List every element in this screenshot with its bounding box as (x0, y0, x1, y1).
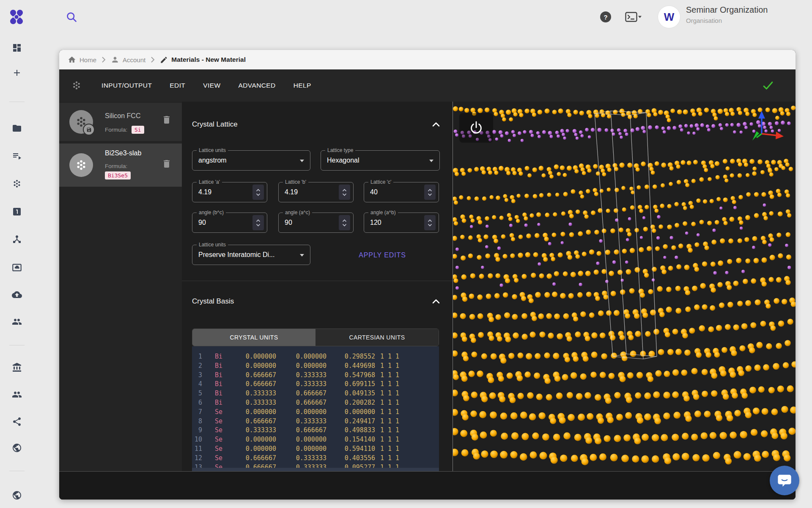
angle-ac-input[interactable]: angle (a^c) 90 (278, 213, 354, 233)
number-stepper[interactable] (339, 215, 350, 230)
structure-viewer-3d[interactable] (453, 102, 796, 471)
sidebar-item-materials-atoms[interactable] (12, 179, 22, 189)
sidebar-item-public-globe[interactable] (12, 443, 22, 453)
lattice-a-input[interactable]: Lattice 'a' 4.19 (192, 182, 267, 202)
basis-editor-rows: 1Bi0.0000000.0000000.2985521 1 12Bi0.000… (192, 352, 439, 471)
user-avatar[interactable]: W (658, 6, 680, 28)
apply-edits-button[interactable]: APPLY EDITS (348, 249, 416, 262)
field-value: Preserve Interatomic Di... (198, 245, 275, 265)
menu-advanced[interactable]: ADVANCED (238, 82, 275, 89)
material-name: Silicon FCC (105, 112, 140, 120)
breadcrumb: Home Account Materials - New Material (59, 50, 796, 69)
material-item-bi2se3-slab[interactable]: Bi2Se3-slab Formula: Bi3Se5 (59, 144, 182, 187)
material-item-silicon-fcc[interactable]: Silicon FCC Formula: Si (59, 103, 182, 141)
basis-row[interactable]: 6Bi0.3333330.6666670.2002821 1 1 (192, 398, 439, 408)
atoms-scene (453, 102, 796, 471)
lattice-b-input[interactable]: Lattice 'b' 4.19 (278, 182, 354, 202)
menu-input-output[interactable]: INPUT/OUTPUT (102, 82, 152, 89)
formula-chip: Si (132, 126, 144, 134)
app-logo-icon (8, 9, 25, 25)
lattice-c-input[interactable]: Lattice 'c' 40 (364, 182, 439, 202)
app-logo[interactable] (8, 9, 25, 25)
console-drawer[interactable] (59, 471, 796, 500)
sidebar-item-share[interactable] (12, 417, 22, 427)
breadcrumb-account[interactable]: Account (111, 55, 145, 64)
delete-material-button[interactable] (162, 159, 172, 169)
sidebar-item-bank[interactable] (12, 362, 22, 373)
viewer-power-button[interactable] (459, 113, 493, 143)
sidebar-item-org-group[interactable] (12, 389, 22, 400)
sidebar-item-team-group[interactable] (12, 317, 22, 327)
org-name[interactable]: Seminar Organization (686, 5, 768, 15)
field-value: 4.19 (198, 182, 211, 202)
material-avatar (69, 110, 93, 134)
sidebar-item-cloud-upload[interactable] (12, 290, 22, 300)
chat-icon (776, 472, 793, 489)
sidebar-divider (9, 102, 25, 102)
basis-row[interactable]: 1Bi0.0000000.0000000.2985521 1 1 (192, 352, 439, 362)
units-handling-select[interactable]: Lattice units Preserve Interatomic Di... (192, 245, 310, 265)
pencil-icon (160, 56, 168, 64)
basis-row[interactable]: 12Se0.6666670.3333330.4035561 1 1 (192, 454, 439, 463)
angle-bc-input[interactable]: angle (b^c) 90 (192, 213, 267, 233)
sidebar-item-media-image[interactable] (12, 262, 22, 273)
basis-row[interactable]: 7Se0.0000000.0000000.0000001 1 1 (192, 408, 439, 417)
angle-ab-input[interactable]: angle (a^b) 120 (364, 213, 439, 233)
breadcrumb-home[interactable]: Home (68, 55, 96, 64)
basis-row[interactable]: 8Se0.6666670.3333330.2494171 1 1 (192, 417, 439, 426)
lattice-type-select[interactable]: Lattice type Hexagonal (321, 150, 440, 171)
chevron-down-icon (300, 160, 304, 162)
sidebar-item-add[interactable] (12, 68, 22, 78)
breadcrumb-home-label: Home (80, 56, 96, 64)
trash-icon (162, 159, 172, 169)
field-value: 40 (370, 182, 378, 202)
basis-row[interactable]: 11Se0.0000000.0000000.5941101 1 1 (192, 444, 439, 454)
basis-row[interactable]: 9Se0.3333330.6666670.4988331 1 1 (192, 426, 439, 435)
tab-cartesian-units[interactable]: CARTESIAN UNITS (315, 329, 439, 346)
sidebar-item-dashboard[interactable] (12, 43, 22, 53)
basis-editor[interactable]: 1Bi0.0000000.0000000.2985521 1 12Bi0.000… (192, 346, 439, 471)
chevron-up-icon (432, 299, 440, 304)
basis-row[interactable]: 3Bi0.6666670.3333330.5479681 1 1 (192, 371, 439, 380)
chevron-up-icon (256, 189, 261, 192)
sidebar-item-workflows-hub[interactable] (12, 234, 22, 244)
number-stepper[interactable] (424, 185, 436, 200)
basis-row[interactable]: 10Se0.0000000.0000000.1541401 1 1 (192, 435, 439, 444)
collapse-basis-button[interactable] (432, 299, 440, 304)
number-stepper[interactable] (252, 185, 264, 200)
sidebar-item-looks-one[interactable] (12, 207, 22, 217)
saved-badge (83, 124, 95, 135)
material-name: Bi2Se3-slab (105, 149, 141, 157)
menu-edit[interactable]: EDIT (170, 82, 185, 89)
number-stepper[interactable] (252, 215, 264, 230)
lattice-units-select[interactable]: Lattice units angstrom (192, 150, 310, 171)
basis-row[interactable]: 4Bi0.6666670.3333330.6991151 1 1 (192, 380, 439, 389)
menu-view[interactable]: VIEW (203, 82, 220, 89)
home-icon (68, 55, 76, 64)
collapse-lattice-button[interactable] (432, 122, 440, 127)
sidebar-item-projects-folder[interactable] (12, 123, 22, 133)
atoms-cluster-icon (71, 80, 82, 91)
chevron-up-icon (428, 219, 432, 222)
field-value: 90 (198, 213, 206, 232)
editor-menubar: INPUT/OUTPUT EDIT VIEW ADVANCED HELP (59, 69, 796, 102)
number-stepper[interactable] (424, 215, 436, 230)
basis-row[interactable]: 5Bi0.3333330.6666670.0491351 1 1 (192, 389, 439, 398)
console-menu-button[interactable] (625, 11, 642, 23)
help-button[interactable]: ? (600, 11, 611, 22)
search-button[interactable] (66, 11, 77, 23)
chat-launcher-button[interactable] (770, 466, 799, 495)
material-avatar (69, 153, 93, 177)
sidebar-item-jobs-playlist[interactable] (12, 151, 22, 161)
field-value: 4.19 (285, 182, 298, 202)
delete-material-button[interactable] (162, 115, 172, 125)
basis-row[interactable]: 2Bi0.0000000.0000000.4496981 1 1 (192, 362, 439, 371)
chevron-down-icon (342, 193, 347, 196)
number-stepper[interactable] (339, 185, 350, 200)
sidebar-item-globe-bottom[interactable] (12, 490, 22, 500)
tab-crystal-units[interactable]: CRYSTAL UNITS (192, 329, 315, 346)
chevron-down-icon (342, 224, 347, 226)
main-card: Home Account Materials - New Material (59, 50, 796, 500)
basis-editor-scrollbar[interactable] (192, 468, 439, 471)
menu-help[interactable]: HELP (294, 82, 311, 89)
